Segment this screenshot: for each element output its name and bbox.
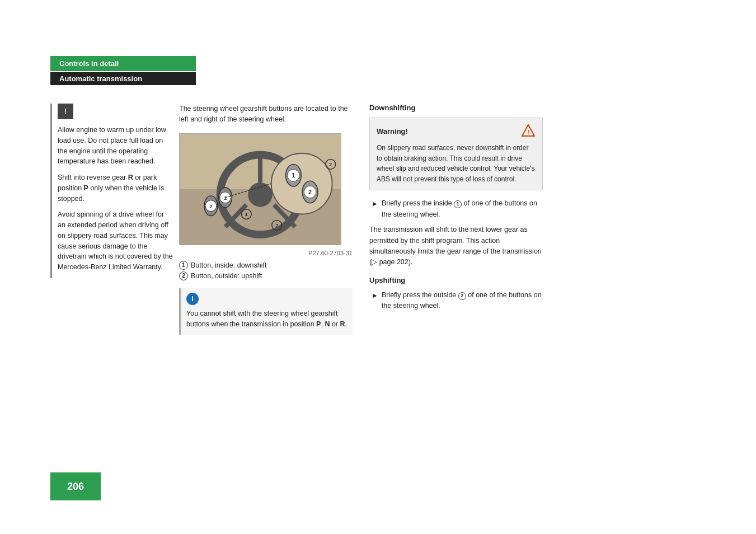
button-2-label: 2 Button, outside: upshift: [179, 271, 353, 280]
left-para-2: Shift into reverse gear R or park positi…: [58, 172, 173, 204]
upshift-instruction: Briefly press the outside 2 of one of th…: [382, 290, 543, 312]
downshift-bullet: ► Briefly press the inside 1 of one of t…: [369, 198, 543, 220]
page-container: Controls in detail Automatic transmissio…: [0, 0, 756, 534]
left-para-3: Avoid spinning of a drive wheel for an e…: [58, 209, 173, 273]
circle-2: 2: [179, 271, 188, 280]
steering-wheel-image: 1 2 1 2 2 2: [179, 133, 341, 245]
header-title: Controls in detail: [50, 56, 196, 71]
svg-text:2: 2: [308, 189, 312, 195]
svg-point-3: [248, 182, 273, 207]
image-caption: P27.60-2703-31: [179, 250, 353, 256]
left-para-1: Allow engine to warm up under low load u…: [58, 125, 173, 167]
svg-text:2: 2: [329, 162, 332, 167]
circle-2-inline: 2: [458, 292, 466, 300]
circle-1: 1: [179, 261, 188, 270]
info-box-text: You cannot shift with the steering wheel…: [186, 308, 347, 330]
button-labels: 1 Button, inside: downshift 2 Button, ou…: [179, 261, 353, 280]
svg-text:1: 1: [245, 212, 248, 217]
svg-point-13: [271, 153, 332, 214]
warning-box-header: Warning! !: [377, 124, 536, 138]
page-number-box: 206: [50, 472, 101, 500]
circle-1-inline: 1: [454, 200, 462, 208]
left-column: ! Allow engine to warm up under low load…: [50, 104, 173, 278]
bullet-arrow-2-icon: ►: [372, 291, 378, 312]
header-subtitle: Automatic transmission: [50, 72, 196, 85]
warning-icon: !: [58, 104, 73, 119]
svg-text:2: 2: [209, 203, 213, 209]
header-section: Controls in detail Automatic transmissio…: [50, 56, 302, 85]
info-icon: i: [186, 293, 199, 305]
svg-text:2: 2: [275, 223, 278, 228]
upshifting-heading: Upshifting: [369, 276, 543, 284]
right-column: Downshifting Warning! ! On slippery road…: [369, 104, 543, 316]
downshifting-heading: Downshifting: [369, 104, 543, 112]
downshift-instruction: Briefly press the inside 1 of one of the…: [382, 198, 543, 220]
upshift-bullet: ► Briefly press the outside 2 of one of …: [369, 290, 543, 312]
middle-column: The steering wheel gearshift buttons are…: [179, 104, 353, 341]
svg-text:!: !: [527, 129, 529, 135]
warning-text: On slippery road surfaces, never downshi…: [377, 143, 536, 184]
bullet-arrow-icon: ►: [372, 199, 378, 220]
page-number: 206: [67, 481, 84, 493]
upshifting-section: Upshifting ► Briefly press the outside 2…: [369, 276, 543, 312]
svg-text:1: 1: [292, 172, 295, 179]
button-1-label: 1 Button, inside: downshift: [179, 261, 353, 270]
warning-triangle-icon: !: [521, 124, 536, 138]
warning-label: Warning!: [377, 127, 408, 135]
warning-box: Warning! ! On slippery road surfaces, ne…: [369, 118, 543, 190]
info-box: i You cannot shift with the steering whe…: [179, 288, 353, 335]
intro-text: The steering wheel gearshift buttons are…: [179, 104, 353, 125]
downshift-body: The transmission will shift to the next …: [369, 224, 543, 268]
